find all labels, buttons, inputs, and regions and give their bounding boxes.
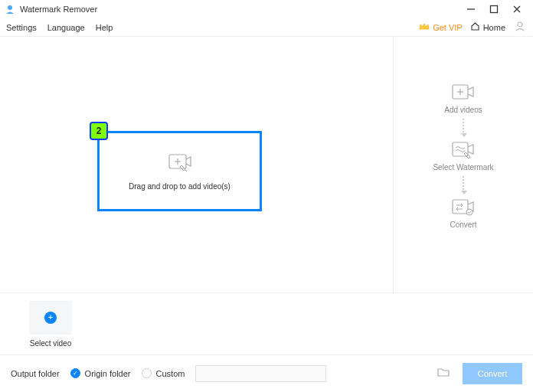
crown-icon [419, 22, 430, 33]
get-vip-label: Get VIP [433, 23, 463, 32]
window-controls [466, 4, 522, 15]
plus-icon: + [44, 312, 57, 324]
step-convert-label: Convert [450, 220, 476, 229]
svg-point-14 [466, 209, 473, 215]
select-watermark-icon [450, 140, 476, 158]
home-button[interactable]: Home [470, 21, 505, 33]
menu-help[interactable]: Help [96, 23, 113, 32]
menubar: Settings Language Help Get VIP Home [0, 18, 533, 37]
titlebar: Watermark Remover [0, 0, 533, 18]
select-video-tile: + [29, 301, 72, 335]
output-folder-label: Output folder [11, 369, 60, 378]
svg-rect-12 [453, 142, 468, 156]
svg-point-0 [8, 5, 12, 10]
close-button[interactable] [512, 4, 522, 15]
menu-language[interactable]: Language [47, 23, 85, 32]
svg-rect-13 [453, 200, 468, 214]
add-videos-icon [450, 83, 476, 101]
app-title: Watermark Remover [20, 5, 466, 14]
step-badge: 2 [90, 122, 108, 140]
select-video-button[interactable]: + Select video [29, 301, 72, 348]
origin-folder-label: Origin folder [85, 369, 131, 378]
app-icon [5, 4, 15, 15]
center-pane: 2 Drag and drop to add video(s) [0, 37, 393, 292]
origin-folder-radio[interactable]: Origin folder [70, 368, 131, 378]
step-convert[interactable]: Convert [450, 198, 476, 229]
custom-folder-label: Custom [156, 369, 185, 378]
browse-folder-button[interactable] [435, 365, 452, 382]
home-icon [470, 21, 480, 33]
main-area: 2 Drag and drop to add video(s) Add vide… [0, 37, 533, 292]
user-icon [514, 20, 526, 34]
menu-settings[interactable]: Settings [6, 23, 37, 32]
convert-button-label: Convert [478, 369, 508, 378]
step-select-label: Select Watermark [433, 163, 493, 172]
convert-button[interactable]: Convert [463, 363, 522, 384]
dropzone-label: Drag and drop to add video(s) [129, 182, 231, 191]
dropzone[interactable]: Drag and drop to add video(s) [97, 131, 262, 211]
step-connector [463, 176, 464, 193]
get-vip-button[interactable]: Get VIP [419, 22, 463, 33]
user-button[interactable] [513, 21, 527, 34]
svg-point-5 [518, 22, 522, 27]
step-add-videos[interactable]: Add videos [444, 83, 482, 114]
output-path-input[interactable] [195, 365, 326, 382]
footer: Output folder Origin folder Custom Conve… [0, 354, 533, 391]
radio-checked-icon [70, 368, 80, 378]
svg-rect-2 [491, 6, 498, 13]
folder-icon [437, 366, 450, 381]
step-connector [463, 119, 464, 136]
radio-unchecked-icon [142, 368, 152, 378]
minimize-button[interactable] [466, 4, 476, 15]
step-add-label: Add videos [444, 106, 482, 114]
add-video-icon [167, 152, 193, 175]
steps-sidebar: Add videos Select Watermark Convert [393, 37, 533, 292]
select-video-label: Select video [30, 339, 71, 348]
maximize-button[interactable] [489, 4, 499, 15]
queue-bar: + Select video [0, 293, 533, 354]
home-label: Home [483, 23, 505, 32]
custom-folder-radio[interactable]: Custom [142, 368, 185, 378]
convert-icon [450, 198, 476, 216]
step-select-watermark[interactable]: Select Watermark [433, 140, 493, 172]
